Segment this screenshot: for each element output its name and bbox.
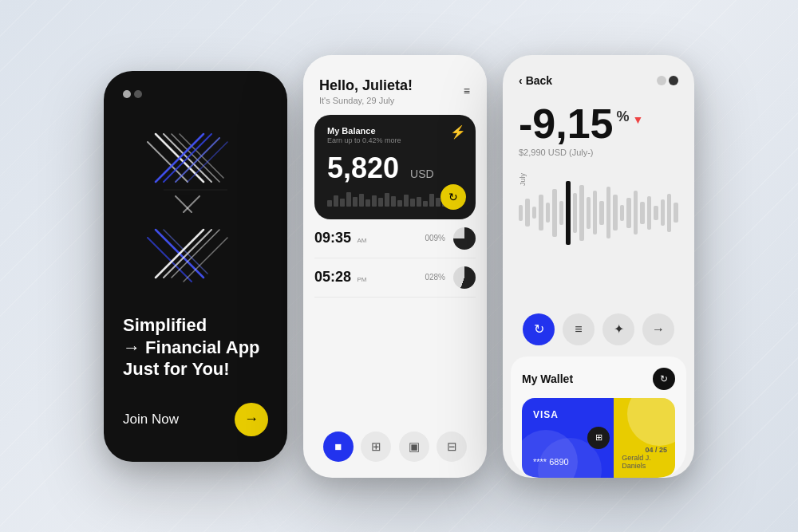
back-label: Back <box>526 74 552 87</box>
greeting: Hello, Julieta! <box>319 77 413 94</box>
stripe <box>346 192 351 207</box>
dashboard-header: Hello, Julieta! It's Sunday, 29 July ≡ <box>303 55 487 115</box>
wbar <box>647 196 651 230</box>
balance-card-subtitle: Earn up to 0.42% more <box>327 136 463 144</box>
action-send-button[interactable]: → <box>642 313 674 345</box>
pie-chart-2 <box>453 266 476 289</box>
balance-card-title: My Balance <box>327 126 463 136</box>
nav-wallet-button[interactable]: ▣ <box>399 432 429 462</box>
action-star-button[interactable]: ✦ <box>602 313 634 345</box>
lightning-icon: ⚡ <box>450 124 466 140</box>
bottom-nav: ■ ⊞ ▣ ⊟ <box>303 420 487 478</box>
card-brand: VISA <box>533 409 602 420</box>
action-share-button[interactable]: ↻ <box>523 313 555 345</box>
waveform-bars <box>516 173 681 253</box>
wbar <box>546 203 550 223</box>
join-button[interactable]: → <box>235 403 268 436</box>
wbar <box>640 202 644 224</box>
time-row-1: 09:35 AM 009% <box>314 219 476 258</box>
wbar <box>674 203 678 223</box>
date-row: Hello, Julieta! It's Sunday, 29 July ≡ <box>319 77 471 105</box>
greeting-text: Hello, Julieta! It's Sunday, 29 July <box>319 77 413 105</box>
toggle-switch[interactable] <box>657 76 678 85</box>
stripe <box>378 198 383 207</box>
toggle-circle-left <box>123 90 131 98</box>
down-arrow-icon: ▼ <box>633 114 644 125</box>
stripe <box>404 195 409 207</box>
wbar <box>593 191 597 234</box>
stripe <box>365 199 370 207</box>
nav-home-button[interactable]: ■ <box>323 432 354 462</box>
balance-value: 5,820 <box>327 152 399 184</box>
stripe <box>410 199 415 207</box>
wallet-refresh-button[interactable]: ↻ <box>653 368 675 390</box>
time-value-1: 09:35 AM <box>314 230 367 246</box>
nav-transfer-button[interactable]: ⊞ <box>361 432 391 462</box>
tagline-line3: Just for You! <box>123 358 268 380</box>
stripe <box>417 197 421 207</box>
card-copy-button[interactable]: ⊞ <box>587 427 610 449</box>
stripe <box>391 196 396 207</box>
wbar <box>539 195 543 231</box>
balance-card: My Balance Earn up to 0.42% more ⚡ 5,820… <box>314 115 476 219</box>
stripe <box>429 194 434 207</box>
time-value-2: 05:28 PM <box>314 269 367 286</box>
nav-settings-button[interactable]: ⊟ <box>437 432 467 462</box>
join-label: Join Now <box>123 412 179 428</box>
phone-dark: Simplified → Financial App Just for You!… <box>104 71 287 462</box>
usd-subtitle: $2,990 USD (July-) <box>519 148 678 157</box>
x-logo <box>123 114 268 299</box>
balance-currency: USD <box>410 167 434 180</box>
join-arrow-icon: → <box>244 411 259 428</box>
percentage-value: -9,15 <box>519 103 614 144</box>
stripe <box>327 200 332 207</box>
stats-header: ‹ Back <box>503 55 694 97</box>
action-icons-row: ↻ ≡ ✦ → <box>503 305 694 353</box>
action-layers-button[interactable]: ≡ <box>563 313 595 345</box>
wallet-refresh-icon: ↻ <box>660 373 668 384</box>
wbar <box>519 205 523 221</box>
chart-label: July <box>519 173 527 186</box>
wbar <box>552 189 556 237</box>
credit-card: VISA **** 6890 ⊞ 04 / 25 Gerald J. Danie… <box>522 398 675 478</box>
svg-line-18 <box>184 196 200 212</box>
stripe <box>423 201 428 207</box>
pie-chart-1 <box>453 227 476 250</box>
wbar <box>613 195 617 231</box>
stripe <box>340 199 345 207</box>
card-expiry: 04 / 25 <box>645 446 667 454</box>
stripe <box>353 197 358 207</box>
stripe <box>397 200 402 207</box>
svg-line-17 <box>176 196 192 212</box>
balance-refresh-button[interactable]: ↻ <box>440 184 466 210</box>
toggle-circle-right <box>134 90 142 98</box>
wbar <box>532 207 536 219</box>
card-right: 04 / 25 Gerald J. Daniels <box>614 398 675 478</box>
svg-line-12 <box>164 230 207 274</box>
tagline-line2: → Financial App <box>123 337 268 359</box>
status-bar <box>123 90 268 98</box>
chart-area: July <box>503 157 694 305</box>
wallet-section: My Wallet ↻ VISA **** 6890 ⊞ 04 / 25 Ger… <box>511 357 686 478</box>
wallet-title: My Wallet <box>522 372 573 385</box>
back-button[interactable]: ‹ Back <box>519 74 552 87</box>
toggle-on <box>669 76 678 85</box>
tagline-line1: Simplified <box>123 314 268 337</box>
wbar <box>654 206 658 220</box>
status-toggle <box>123 90 142 98</box>
wbar-active <box>566 181 570 245</box>
wallet-header: My Wallet ↻ <box>522 368 675 390</box>
wbar <box>620 205 624 221</box>
wbar <box>587 197 591 229</box>
menu-icon[interactable]: ≡ <box>464 85 471 97</box>
wbar <box>634 191 638 234</box>
wbar <box>667 194 671 232</box>
phones-container: Simplified → Financial App Just for You!… <box>104 55 694 478</box>
stripe <box>385 193 389 207</box>
big-percentage: -9,15 % ▼ <box>519 103 678 144</box>
stripe <box>372 195 377 207</box>
card-holder-name: Gerald J. Daniels <box>622 454 667 470</box>
balance-amount: 5,820 USD <box>327 154 463 183</box>
join-row: Join Now → <box>123 403 268 436</box>
phone-light: Hello, Julieta! It's Sunday, 29 July ≡ M… <box>303 55 487 478</box>
